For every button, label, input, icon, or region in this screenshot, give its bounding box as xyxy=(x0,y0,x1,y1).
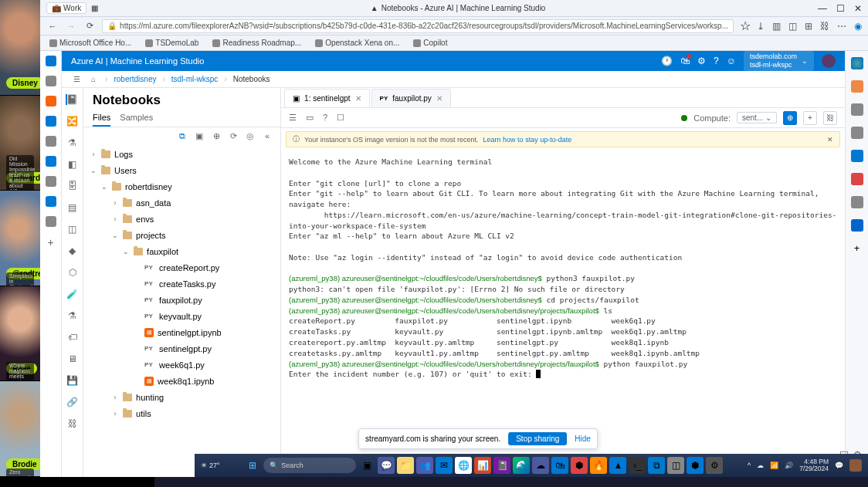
more-icon[interactable]: ⋯ xyxy=(837,21,846,32)
tree-file[interactable]: PYfauxpilot.py xyxy=(83,292,280,308)
home-icon[interactable]: ⌂ xyxy=(88,74,99,85)
link-button[interactable]: ⛓ xyxy=(823,111,837,125)
app-icon[interactable] xyxy=(46,116,56,127)
output-icon[interactable]: ☐ xyxy=(337,113,344,123)
app-icon[interactable] xyxy=(46,76,56,86)
close-button[interactable]: ✕ xyxy=(854,3,862,14)
tray-chevron-icon[interactable]: ^ xyxy=(748,462,751,469)
tree-folder[interactable]: ⌄projects xyxy=(83,227,280,243)
add-button[interactable]: + xyxy=(803,111,817,125)
files-tab[interactable]: Files xyxy=(93,110,110,127)
menu-icon[interactable]: ☰ xyxy=(71,74,82,85)
notifications-icon[interactable]: 🛍 xyxy=(680,56,690,66)
taskbar-app-outlook[interactable]: ✉ xyxy=(436,457,453,474)
compute-selector[interactable]: sent... ⌄ xyxy=(737,112,777,123)
refresh-icon[interactable]: ⟳ xyxy=(228,130,239,141)
datastore-icon[interactable]: 💾 xyxy=(67,375,78,386)
refresh-button[interactable]: ⟳ xyxy=(83,20,96,32)
add-compute-button[interactable]: ⊕ xyxy=(783,111,797,125)
sync-icon[interactable]: ⤓ xyxy=(757,21,765,32)
forward-button[interactable]: → xyxy=(65,20,77,32)
editor-tab-file[interactable]: PY fauxpilot.py ✕ xyxy=(371,89,451,107)
taskbar-search[interactable]: 🔍 Search xyxy=(263,458,356,473)
components-icon[interactable]: ◫ xyxy=(67,224,78,235)
performance-icon[interactable] xyxy=(851,127,863,139)
bookmark-item[interactable]: Copilot xyxy=(413,39,447,47)
account-icon[interactable] xyxy=(849,459,862,472)
app-icon[interactable] xyxy=(46,216,56,227)
tree-file[interactable]: PYcreateReport.py xyxy=(83,259,280,276)
tree-file[interactable]: PYweek6q1.py xyxy=(83,357,280,373)
taskbar-app-vscode[interactable]: ⧉ xyxy=(648,457,665,474)
taskbar-app-azure[interactable]: ▲ xyxy=(609,457,626,474)
vscode-icon[interactable]: ⧉ xyxy=(177,130,188,141)
add-icon[interactable]: ⊕ xyxy=(211,130,222,141)
menu-icon[interactable]: ☰ xyxy=(289,113,297,123)
app-icon[interactable] xyxy=(851,219,863,232)
settings-icon[interactable]: ⚙ xyxy=(697,56,706,66)
jobs-icon[interactable]: ▤ xyxy=(67,202,78,213)
outlook-icon[interactable] xyxy=(851,150,863,162)
models-icon[interactable]: ◆ xyxy=(67,245,78,256)
bookmark-item[interactable]: Microsoft Office Ho... xyxy=(49,39,131,47)
tools-icon[interactable] xyxy=(851,103,863,116)
weather-widget[interactable]: ☀ 27° xyxy=(201,462,220,469)
app-icon[interactable] xyxy=(46,96,56,107)
app-icon[interactable] xyxy=(851,196,863,208)
clock-icon[interactable]: 🕐 xyxy=(661,56,673,66)
compute-icon[interactable]: 🖥 xyxy=(67,353,78,364)
taskbar-app-settings[interactable]: ⚙ xyxy=(706,457,723,474)
add-sidebar-icon[interactable]: + xyxy=(854,242,860,254)
warning-link[interactable]: Learn how to stay up-to-date xyxy=(483,136,572,144)
linked-icon[interactable]: 🔗 xyxy=(67,397,78,408)
tree-folder[interactable]: ›Logs xyxy=(83,146,280,162)
tree-file[interactable]: PYcreateTasks.py xyxy=(83,276,280,292)
close-tab-icon[interactable]: ✕ xyxy=(436,94,442,103)
hide-toast-button[interactable]: Hide xyxy=(575,435,591,443)
taskbar-app-onenote[interactable]: 📓 xyxy=(493,457,510,474)
tray-wifi-icon[interactable]: 📶 xyxy=(770,462,778,469)
link-icon[interactable]: ⛓ xyxy=(820,21,829,32)
taskbar-app[interactable]: ☁ xyxy=(532,457,549,474)
tree-file[interactable]: PYkeyvault.py xyxy=(83,308,280,324)
maximize-button[interactable]: ☐ xyxy=(836,3,845,14)
notebooks-icon[interactable]: 📓 xyxy=(66,94,76,105)
add-app-button[interactable]: + xyxy=(48,236,54,249)
shopping-icon[interactable] xyxy=(851,80,863,93)
split-icon[interactable]: ◫ xyxy=(788,21,797,32)
app-icon[interactable] xyxy=(46,136,56,147)
tree-folder[interactable]: ⌄fauxpilot xyxy=(83,243,280,259)
beaker-icon[interactable]: ⚗ xyxy=(67,310,78,321)
breadcrumb-item[interactable]: robertdisney xyxy=(114,75,156,83)
samples-tab[interactable]: Samples xyxy=(120,110,153,127)
games-icon[interactable] xyxy=(851,173,863,185)
collections-icon[interactable]: ▥ xyxy=(772,21,781,32)
copilot-icon[interactable] xyxy=(851,57,863,69)
tray-volume-icon[interactable]: 🔊 xyxy=(785,462,793,469)
tree-folder[interactable]: ⌄Users xyxy=(83,162,280,178)
tree-folder[interactable]: ›asn_data xyxy=(83,194,280,211)
designer-icon[interactable]: ◧ xyxy=(67,159,78,170)
taskbar-app-chrome[interactable]: 🌐 xyxy=(455,457,472,474)
bookmark-item[interactable]: Readiness Roadmap... xyxy=(212,39,301,47)
view-icon[interactable]: ▭ xyxy=(306,113,314,123)
taskbar-app-edge[interactable]: 🌊 xyxy=(513,457,530,474)
favorite-star-icon[interactable]: ☆ xyxy=(740,19,751,33)
participant-tile[interactable]: Brodie Zero preparation xyxy=(0,381,40,477)
taskbar-app-ppt[interactable]: 📊 xyxy=(474,457,491,474)
participant-tile[interactable]: Edward Did Mission Impossible teach us a… xyxy=(0,96,40,191)
terminal-icon[interactable]: ▣ xyxy=(194,130,205,141)
workspace-selector[interactable]: tsdemolab.com tsdl-ml-wkspc ⌄ xyxy=(744,51,814,71)
tree-file[interactable]: ▤week8q1.ipynb xyxy=(83,373,280,389)
dismiss-banner-icon[interactable]: ✕ xyxy=(827,136,833,144)
data-icon[interactable]: 🗄 xyxy=(67,181,78,191)
profile-pill[interactable]: 💼 Work xyxy=(46,2,86,14)
tree-folder[interactable]: ›hunting xyxy=(83,389,280,405)
tray-onedrive-icon[interactable]: ☁ xyxy=(757,462,764,469)
copilot-icon[interactable]: ◉ xyxy=(854,21,862,32)
app-icon[interactable] xyxy=(46,196,56,207)
focus-icon[interactable]: ◎ xyxy=(245,130,256,141)
bookmark-item[interactable]: Openstack Xena on... xyxy=(315,39,399,47)
taskbar-app-teams[interactable]: 👥 xyxy=(416,457,433,474)
start-button[interactable]: ⊞ xyxy=(244,457,261,474)
